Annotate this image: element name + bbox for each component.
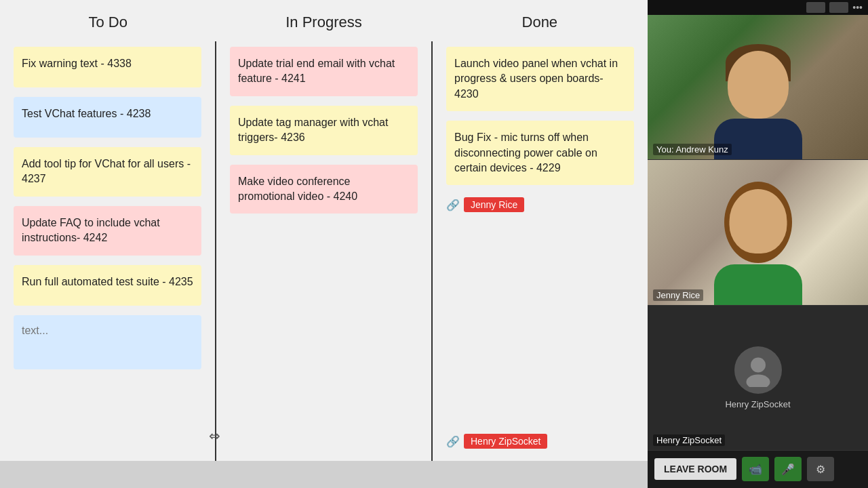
- board-bottom-bar: [0, 461, 648, 488]
- camera-icon: 📹: [749, 463, 762, 476]
- todo-column: Fix warning text - 4338 Test VChat featu…: [0, 41, 215, 461]
- andrew-video-bg: [648, 15, 868, 159]
- henry-video-bg: Henry ZipSocket: [648, 306, 868, 450]
- henry-name-label: Henry ZipSocket: [653, 434, 725, 446]
- svg-point-1: [746, 374, 770, 387]
- person-icon: [741, 353, 775, 387]
- top-bar-maximize[interactable]: [829, 2, 848, 13]
- andrew-name-label: You: Andrew Kunz: [653, 144, 732, 155]
- video-jenny: Jenny Rice: [648, 160, 868, 305]
- card-test-suite[interactable]: Run full automated test suite - 4235: [14, 265, 201, 306]
- video-henry: Henry ZipSocket Henry ZipSocket: [648, 306, 868, 451]
- board-columns: Fix warning text - 4338 Test VChat featu…: [0, 41, 648, 461]
- henry-avatar: [734, 346, 782, 394]
- jenny-face: [648, 160, 868, 304]
- jenny-video-bg: [648, 160, 868, 304]
- settings-button[interactable]: ⚙: [807, 457, 834, 481]
- svg-point-0: [751, 357, 766, 372]
- card-tooltip[interactable]: Add tool tip for VChat for all users - 4…: [14, 147, 201, 197]
- andrew-face: [648, 15, 868, 159]
- settings-icon: ⚙: [816, 463, 825, 476]
- done-column: Launch video panel when vchat in progres…: [433, 41, 648, 461]
- card-fix-warning[interactable]: Fix warning text - 4338: [14, 47, 201, 87]
- link-icon-henry: 🔗: [446, 435, 460, 448]
- video-andrew: You: Andrew Kunz: [648, 15, 868, 160]
- todo-column-header: To Do: [0, 7, 216, 38]
- card-update-faq[interactable]: Update FAQ to include vchat instructions…: [14, 206, 201, 256]
- henry-badge-row: 🔗 Henry ZipSocket: [446, 434, 634, 449]
- card-bug-fix-mic[interactable]: Bug Fix - mic turns off when disconnecti…: [446, 121, 634, 185]
- card-trial-email[interactable]: Update trial end email with vchat featur…: [230, 47, 418, 96]
- card-tag-manager[interactable]: Update tag manager with vchat triggers- …: [230, 106, 418, 155]
- link-icon-jenny: 🔗: [446, 199, 460, 211]
- mic-icon: 🎤: [781, 463, 795, 476]
- henry-name-below: Henry ZipSocket: [725, 399, 790, 409]
- jenny-body: [714, 264, 802, 305]
- mic-toggle-button[interactable]: 🎤: [774, 457, 802, 481]
- jenny-name-label: Jenny Rice: [653, 289, 703, 301]
- card-test-vchat[interactable]: Test VChat features - 4238: [14, 97, 201, 138]
- top-bar-minimize[interactable]: [806, 2, 825, 13]
- jenny-badge-row: 🔗 Jenny Rice: [446, 197, 634, 212]
- inprogress-column: Update trial end email with vchat featur…: [216, 41, 431, 461]
- andrew-head: [728, 51, 789, 119]
- henry-zipsocket-badge[interactable]: Henry ZipSocket: [464, 434, 547, 449]
- new-card-input-container[interactable]: [14, 315, 201, 369]
- jenny-rice-badge[interactable]: Jenny Rice: [464, 197, 524, 212]
- video-panel: ••• You: Andrew Kunz Jenny Rice: [648, 0, 868, 488]
- leave-room-button[interactable]: LEAVE ROOM: [654, 458, 736, 480]
- video-toggle-button[interactable]: 📹: [742, 457, 769, 481]
- jenny-head: [729, 189, 787, 253]
- card-promo-video[interactable]: Make video conference promotional video …: [230, 165, 418, 214]
- column-resize-handle[interactable]: ⇔: [209, 428, 220, 444]
- new-card-text-input[interactable]: [22, 325, 193, 337]
- kanban-board: To Do In Progress Done Fix warning text …: [0, 0, 648, 488]
- done-column-header: Done: [432, 7, 648, 38]
- top-bar-menu[interactable]: •••: [852, 2, 863, 13]
- card-launch-video[interactable]: Launch video panel when vchat in progres…: [446, 47, 634, 111]
- video-controls-bar: LEAVE ROOM 📹 🎤 ⚙: [648, 451, 868, 488]
- inprogress-column-header: In Progress: [216, 7, 431, 38]
- board-header: To Do In Progress Done: [0, 0, 648, 41]
- video-top-bar: •••: [648, 0, 868, 15]
